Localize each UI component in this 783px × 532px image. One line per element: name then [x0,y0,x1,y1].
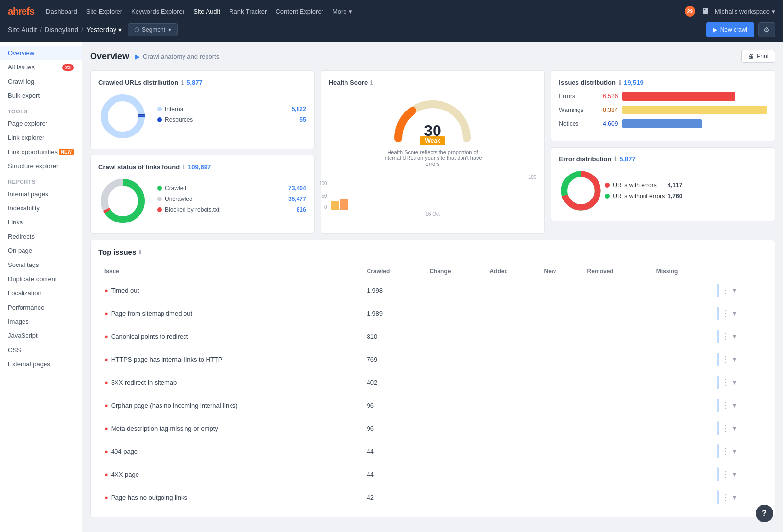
table-row[interactable]: ●Page from sitemap timed out 1,989 — — —… [98,302,767,325]
breadcrumb-period[interactable]: Yesterday ▾ [86,26,122,34]
issues-info-icon[interactable]: ℹ [619,79,621,86]
crawl-info-icon[interactable]: ℹ [183,164,185,171]
help-button[interactable]: ? [756,505,773,522]
issue-name: ●Meta description tag missing or empty [98,417,361,440]
sidebar-item-crawl-log[interactable]: Crawl log [0,74,82,89]
nav-more[interactable]: More ▾ [332,8,352,15]
table-row[interactable]: ●Meta description tag missing or empty 9… [98,417,767,440]
nav-site-explorer[interactable]: Site Explorer [86,8,122,15]
more-options-button[interactable]: ⋮ [722,286,730,295]
expand-button[interactable]: ▾ [733,332,736,340]
sidebar-item-external-pages[interactable]: External pages [0,357,82,371]
more-options-button[interactable]: ⋮ [722,401,730,410]
table-row[interactable]: ●Orphan page (has no incoming internal l… [98,394,767,417]
sidebar-item-links[interactable]: Links [0,215,82,229]
table-row[interactable]: ●Canonical points to redirect 810 — — — … [98,325,767,348]
table-row[interactable]: ●Timed out 1,998 — — — — — ⋮ ▾ [98,279,767,302]
sidebar-item-structure-explorer[interactable]: Structure explorer [0,159,82,173]
issue-name: ●Canonical points to redirect [98,325,361,348]
expand-button[interactable]: ▾ [733,424,736,432]
more-options-button[interactable]: ⋮ [722,424,730,433]
more-options-button[interactable]: ⋮ [722,447,730,456]
segment-button[interactable]: ⬡ Segment ▾ [128,23,178,36]
sidebar-item-bulk-export[interactable]: Bulk export [0,89,82,103]
urls-with-errors-item: URLs with errors 4,117 [605,182,682,189]
nav-content-explorer[interactable]: Content Explorer [276,8,323,15]
sidebar-item-page-explorer[interactable]: Page explorer [0,116,82,131]
sidebar-item-link-explorer[interactable]: Link explorer [0,131,82,145]
sidebar-item-all-issues[interactable]: All issues 23 [0,60,82,74]
more-options-button[interactable]: ⋮ [722,309,730,318]
sidebar-item-internal-pages[interactable]: Internal pages [0,187,82,201]
sidebar-item-css[interactable]: CSS [0,343,82,357]
nav-keywords-explorer[interactable]: Keywords Explorer [131,8,184,15]
issue-change: — [423,348,484,371]
breadcrumb-root[interactable]: Site Audit [8,26,37,34]
sidebar-item-duplicate-content[interactable]: Duplicate content [0,272,82,286]
expand-button[interactable]: ▾ [733,493,736,501]
health-score-content: 30 Weak Health Score reflects the propor… [329,92,537,217]
health-description: Health Score reflects the proportion of … [379,149,486,167]
reports-section-label: Reports [0,173,82,187]
sidebar-item-performance[interactable]: Performance [0,300,82,314]
table-row[interactable]: ●404 page 44 — — — — — ⋮ ▾ [98,440,767,463]
more-options-button[interactable]: ⋮ [722,355,730,364]
error-dist-info-icon[interactable]: ℹ [614,156,617,163]
error-icon: ● [104,287,108,294]
issue-removed: — [581,302,650,325]
table-row[interactable]: ●Page has no outgoing links 42 — — — — —… [98,486,767,509]
workspace-selector[interactable]: Michal's workspace ▾ [715,8,775,15]
crawled-urls-legend: Internal 5,822 Resources 55 [157,106,306,127]
logo[interactable]: ahrefs [8,6,34,17]
expand-button[interactable]: ▾ [733,287,736,294]
issue-new: — [538,325,581,348]
expand-button[interactable]: ▾ [733,470,736,478]
settings-button[interactable]: ⚙ [758,22,775,37]
issue-actions: ⋮ ▾ [711,302,767,325]
notifications-button[interactable]: 29 [685,6,695,17]
nav-rank-tracker[interactable]: Rank Tracker [229,8,267,15]
legend-uncrawled: Uncrawled 35,477 [157,196,306,202]
sidebar-item-social-tags[interactable]: Social tags [0,258,82,272]
nav-site-audit[interactable]: Site Audit [193,8,220,15]
table-row[interactable]: ●4XX page 44 — — — — — ⋮ ▾ [98,463,767,486]
expand-button[interactable]: ▾ [733,310,736,317]
sidebar-item-localization[interactable]: Localization [0,286,82,300]
nav-dashboard[interactable]: Dashboard [46,8,77,15]
mini-bar [717,307,719,320]
breadcrumb-bar: Site Audit / Disneyland / Yesterday ▾ ⬡ … [0,22,783,42]
sidebar-item-on-page[interactable]: On page [0,244,82,258]
print-button[interactable]: 🖨 Print [741,50,775,63]
top-issues-info-icon[interactable]: ℹ [139,249,141,256]
expand-button[interactable]: ▾ [733,447,736,455]
more-options-button[interactable]: ⋮ [722,470,730,479]
sidebar-item-indexability[interactable]: Indexability [0,201,82,215]
issue-actions: ⋮ ▾ [711,348,767,371]
breadcrumb-site[interactable]: Disneyland [45,26,78,34]
issue-crawled: 96 [361,394,424,417]
sidebar-item-overview[interactable]: Overview [0,46,82,60]
expand-button[interactable]: ▾ [733,401,736,409]
new-crawl-button[interactable]: ▶ New crawl [706,22,754,37]
issue-crawled: 1,989 [361,302,424,325]
sidebar-item-javascript[interactable]: JavaScript [0,329,82,343]
more-options-button[interactable]: ⋮ [722,378,730,387]
crawled-urls-card: Crawled URLs distribution ℹ 5,877 [90,70,315,149]
expand-button[interactable]: ▾ [733,378,736,386]
more-options-button[interactable]: ⋮ [722,332,730,341]
info-icon[interactable]: ℹ [181,79,184,86]
issue-added: — [484,279,538,302]
table-row[interactable]: ●HTTPS page has internal links to HTTP 7… [98,348,767,371]
crawl-anatomy-button[interactable]: ▶ Crawl anatomy and reports [135,53,219,60]
table-row[interactable]: ●3XX redirect in sitemap 402 — — — — — ⋮… [98,371,767,394]
issue-added: — [484,417,538,440]
cards-row: Crawled URLs distribution ℹ 5,877 [90,70,775,234]
health-info-icon[interactable]: ℹ [370,79,373,86]
issue-change: — [423,486,484,509]
expand-button[interactable]: ▾ [733,355,736,363]
more-options-button[interactable]: ⋮ [722,493,730,502]
sidebar-item-redirects[interactable]: Redirects [0,229,82,244]
sidebar-item-images[interactable]: Images [0,314,82,329]
sidebar-item-link-opportunities[interactable]: Link opportunities NEW [0,145,82,159]
error-distribution-chart: URLs with errors 4,117 URLs without erro… [559,169,767,213]
